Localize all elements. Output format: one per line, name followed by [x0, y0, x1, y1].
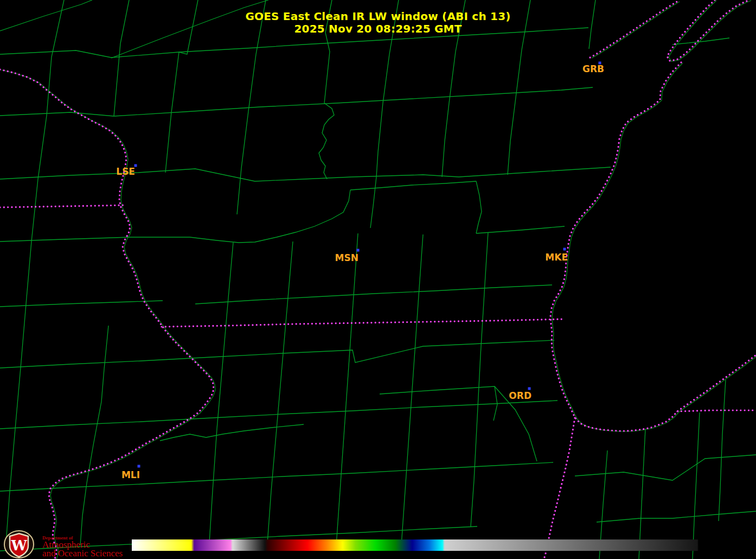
station-dot-ORD [528, 388, 531, 390]
product-title: GOES East Clean IR LW window (ABI ch 13) [0, 10, 756, 23]
county-line [476, 226, 565, 233]
county-line [80, 326, 108, 545]
county-line [0, 340, 554, 368]
lake-michigan-shoreline-shoreline [552, 63, 756, 431]
county-line [350, 181, 476, 190]
county-line [575, 455, 756, 480]
station-label-ORD: ORD [509, 390, 531, 401]
county-line [476, 181, 482, 233]
station-label-MSN: MSN [335, 252, 358, 263]
timestamp: 2025 Nov 20 08:29:25 GMT [0, 23, 756, 35]
county-line [336, 233, 358, 545]
image-title-block: GOES East Clean IR LW window (ABI ch 13)… [0, 10, 756, 35]
station-dot-MSN [357, 249, 360, 252]
uw-crest-icon: W [3, 530, 35, 559]
county-line [597, 518, 672, 522]
il-in-border [544, 418, 575, 559]
county-line [380, 386, 497, 421]
county-line [719, 380, 726, 521]
county-line [0, 167, 611, 181]
state-border-east [677, 410, 756, 411]
logo-line1: Atmospheric [42, 541, 123, 549]
county-line [0, 301, 163, 307]
uw-aos-logo: W Department of Atmospheric and Oceanic … [3, 530, 123, 559]
logo-line2: and Oceanic Sciences [42, 549, 123, 558]
county-line [0, 87, 593, 116]
station-dot-MLI [138, 465, 140, 468]
lake-michigan-shoreline [550, 62, 756, 431]
county-line [401, 234, 423, 545]
county-line [471, 232, 488, 526]
map-canvas: GRBLSEMSNMKEORDMLI [0, 0, 756, 559]
station-label-GRB: GRB [582, 63, 604, 74]
mn-ia-border [0, 205, 123, 207]
station-label-MKE: MKE [545, 252, 568, 263]
county-line [693, 412, 700, 559]
logo-text: Department of Atmospheric and Oceanic Sc… [42, 535, 123, 558]
county-line [319, 103, 334, 179]
satellite-image-viewport: GRBLSEMSNMKEORDMLI GOES East Clean IR LW… [0, 0, 756, 559]
station-label-LSE: LSE [116, 166, 135, 177]
county-line [0, 190, 350, 243]
county-line [672, 511, 756, 518]
ir-temperature-colorbar [132, 539, 699, 551]
svg-text:W: W [10, 537, 27, 554]
wi-il-border [162, 319, 562, 327]
county-line [160, 424, 304, 441]
county-line [5, 0, 64, 551]
station-dot-MKE [563, 248, 566, 251]
county-line [267, 242, 293, 551]
county-line [0, 462, 553, 491]
county-line [195, 285, 552, 304]
station-label-MLI: MLI [121, 469, 140, 480]
logo-dept-line: Department of [42, 535, 123, 541]
